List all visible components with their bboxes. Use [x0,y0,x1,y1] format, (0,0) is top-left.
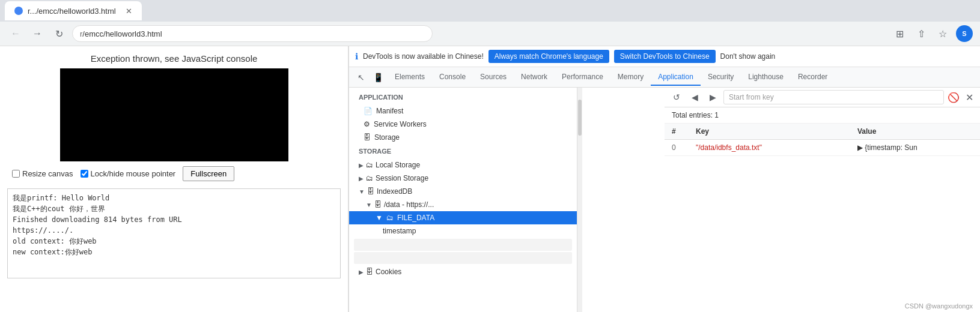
start-from-key-input[interactable] [723,90,944,104]
sidebar-item-service-workers[interactable]: ⚙ Service Workers [349,118,577,131]
sidebar-scrollbar-thumb [578,100,582,136]
share-icon[interactable]: ⇧ [913,25,930,42]
cookies-arrow: ▶ [359,269,364,275]
tab-recorder[interactable]: Recorder [791,69,835,86]
reload-button[interactable]: ↻ [50,25,67,42]
session-storage-label: Session Storage [376,174,428,182]
file-data-icon: 🗂 [386,214,394,222]
prev-button[interactable]: ◀ [687,90,702,104]
bookmark-icon[interactable]: ☆ [934,25,951,42]
next-button[interactable]: ▶ [705,90,720,104]
sidebar-manifest-label: Manifest [376,107,403,115]
file-data-arrow: ▼ [376,214,383,222]
controls: Resize canvas Lock/hide mouse pointer Fu… [0,161,348,186]
console-line: Finished downloading 814 bytes from URL [13,214,335,225]
service-workers-icon: ⚙ [364,120,370,128]
devtools-cursor-icon[interactable]: ↖ [354,70,368,85]
entries-count: Total entries: 1 [665,107,980,124]
footer-credit: CSDN @wangxudongx [905,302,973,310]
devtools-body: Application 📄 Manifest ⚙ Service Workers… [349,88,980,312]
manifest-icon: 📄 [364,107,373,115]
translate-icon[interactable]: ⊞ [891,25,908,42]
console-line: old context: 你好web [13,236,335,247]
local-storage-label: Local Storage [376,161,420,169]
tab-favicon [14,7,23,15]
devtools-device-icon[interactable]: 📱 [371,70,385,85]
sidebar-storage-app-label: Storage [374,133,400,142]
sidebar-cookies[interactable]: ▶ 🗄 Cookies [349,265,577,278]
session-storage-icon: 🗂 [366,174,373,182]
address-bar: ← → ↻ r /emcc/helloworld3.html ⊞ ⇧ ☆ S [0,22,980,46]
tab-memory[interactable]: Memory [610,69,651,86]
devtools-panel: ℹ DevTools is now available in Chinese! … [348,46,980,312]
lock-mouse-text: Lock/hide mouse pointer [91,169,176,178]
timestamp-label: timestamp [383,227,416,235]
indexeddb-label: IndexedDB [377,187,412,196]
cookies-label: Cookies [376,268,401,276]
lock-mouse-checkbox[interactable] [81,170,88,178]
tab-elements[interactable]: Elements [388,69,432,86]
switch-language-button[interactable]: Switch DevTools to Chinese [614,50,716,63]
profile-icon[interactable]: S [956,25,973,42]
page-header: Exception thrown, see JavaScript console [0,46,348,68]
row-key: "/data/idbfs_data.txt" [693,142,855,153]
table-row[interactable]: 0 "/data/idbfs_data.txt" ▶ {timestamp: S… [665,140,980,156]
sidebar-scroll-container: Application 📄 Manifest ⚙ Service Workers… [349,88,665,312]
match-language-button[interactable]: Always match Chrome's language [488,50,609,63]
dont-show-button[interactable]: Don't show again [720,52,776,61]
back-button[interactable]: ← [7,25,24,42]
col-header-key: Key [693,126,855,137]
browser-tab[interactable]: r.../emcc/helloworld3.html ✕ [5,1,142,20]
console-line: 我是C++的cout 你好，世界 [13,203,335,214]
tab-title: r.../emcc/helloworld3.html [28,7,116,16]
sidebar-session-storage[interactable]: ▶ 🗂 Session Storage [349,172,577,185]
local-storage-icon: 🗂 [366,161,373,169]
sidebar-local-storage[interactable]: ▶ 🗂 Local Storage [349,158,577,172]
devtools-tabs: ↖ 📱 Elements Console Sources Network Per… [349,67,980,88]
storage-section-title: Storage [349,144,577,158]
browser-chrome: r.../emcc/helloworld3.html ✕ ← → ↻ r /em… [0,0,980,46]
tab-application[interactable]: Application [651,69,701,86]
col-header-value: Value [855,126,975,137]
console-line: 我是printf: Hello World [13,193,335,203]
info-bar: ℹ DevTools is now available in Chinese! … [349,46,980,67]
row-num: 0 [669,142,693,153]
lock-mouse-label[interactable]: Lock/hide mouse pointer [81,169,176,178]
tab-console[interactable]: Console [432,69,473,86]
sidebar-item-file-data[interactable]: ▼ 🗂 FILE_DATA [349,211,577,224]
tab-network[interactable]: Network [514,69,555,86]
toolbar-icons: ⊞ ⇧ ☆ S [891,25,973,42]
session-storage-arrow: ▶ [359,175,364,182]
tab-performance[interactable]: Performance [555,69,610,86]
clear-button[interactable]: 🚫 [948,91,960,103]
close-panel-button[interactable]: ✕ [963,91,975,103]
fullscreen-button[interactable]: Fullscreen [183,166,234,181]
devtools-sidebar: Application 📄 Manifest ⚙ Service Workers… [349,88,577,312]
tab-lighthouse[interactable]: Lighthouse [741,69,791,86]
url-bar[interactable]: r /emcc/helloworld3.html [72,25,433,42]
canvas-area [60,68,288,161]
sidebar-indexeddb[interactable]: ▼ 🗄 IndexedDB [349,185,577,198]
sidebar-blurred-item-1 [354,239,572,251]
storage-app-icon: 🗄 [364,133,371,142]
sidebar-item-manifest[interactable]: 📄 Manifest [349,104,577,118]
tab-security[interactable]: Security [701,69,741,86]
tab-close-button[interactable]: ✕ [126,7,132,16]
refresh-button[interactable]: ↺ [669,90,684,104]
data-https-label: /data - https://... [384,200,434,209]
devtools-tab-icons: ↖ 📱 [352,70,388,85]
forward-button[interactable]: → [29,25,46,42]
data-https-icon: 🗄 [374,200,382,209]
sidebar-scrollbar[interactable] [577,88,582,312]
resize-canvas-checkbox[interactable] [12,170,20,178]
sidebar-service-workers-label: Service Workers [374,120,427,128]
sidebar-item-storage-app[interactable]: 🗄 Storage [349,131,577,144]
resize-canvas-label[interactable]: Resize canvas [12,169,73,178]
row-value: ▶ {timestamp: Sun [855,142,975,153]
sidebar-data-https[interactable]: ▼ 🗄 /data - https://... [349,198,577,211]
resize-canvas-text: Resize canvas [22,169,73,178]
page-content: Exception thrown, see JavaScript console… [0,46,348,312]
sidebar-item-timestamp[interactable]: timestamp [349,224,577,238]
info-icon: ℹ [355,52,358,61]
tab-sources[interactable]: Sources [473,69,514,86]
